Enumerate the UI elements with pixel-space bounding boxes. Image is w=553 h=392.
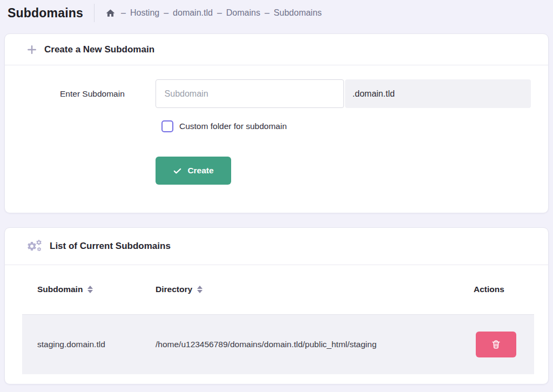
subdomain-form-row: Enter Subdomain .domain.tld [60, 79, 531, 108]
delete-subdomain-button[interactable] [476, 332, 516, 357]
breadcrumb-separator: – [217, 8, 222, 18]
breadcrumb-item-domain[interactable]: domain.tld [173, 8, 213, 18]
sort-arrows-icon[interactable] [197, 286, 203, 293]
sort-arrows-icon[interactable] [87, 286, 93, 293]
column-header-directory[interactable]: Directory [140, 265, 458, 314]
table-row: staging.domain.tld /home/u123456789/doma… [22, 314, 534, 374]
subdomain-input[interactable] [156, 79, 344, 108]
subdomains-list-card: List of Current Subdomains Subdomain Dir… [4, 227, 549, 384]
page-header: Subdomains – Hosting – domain.tld – Doma… [0, 0, 553, 26]
breadcrumb-item-hosting[interactable]: Hosting [130, 8, 159, 18]
subdomains-table: Subdomain Directory Actions [22, 265, 534, 374]
home-icon[interactable] [105, 8, 116, 18]
cell-subdomain: staging.domain.tld [22, 314, 140, 374]
trash-icon [491, 339, 501, 349]
breadcrumb: – Hosting – domain.tld – Domains – Subdo… [105, 8, 322, 18]
column-label: Actions [474, 285, 504, 294]
domain-suffix-addon: .domain.tld [345, 79, 531, 108]
cell-directory: /home/u123456789/domains/domain.tld/publ… [140, 314, 458, 374]
cell-actions [458, 314, 534, 374]
breadcrumb-item-subdomains: Subdomains [274, 8, 322, 18]
breadcrumb-separator: – [265, 8, 269, 18]
create-card-body: Enter Subdomain .domain.tld Custom folde… [5, 65, 548, 185]
list-card-title: List of Current Subdomains [50, 241, 171, 252]
custom-folder-row: Custom folder for subdomain [60, 120, 531, 132]
create-button-label: Create [187, 166, 213, 175]
gears-icon [26, 239, 43, 253]
column-header-subdomain[interactable]: Subdomain [22, 265, 140, 314]
breadcrumb-separator: – [164, 8, 168, 18]
subdomain-input-group: .domain.tld [156, 79, 531, 108]
create-subdomain-card: Create a New Subdomain Enter Subdomain .… [4, 33, 549, 213]
table-header-row: Subdomain Directory Actions [22, 265, 534, 314]
plus-icon [26, 44, 37, 55]
column-header-actions: Actions [458, 265, 534, 314]
column-label: Directory [156, 285, 192, 294]
list-card-body: Subdomain Directory Actions [5, 265, 548, 374]
create-card-title: Create a New Subdomain [44, 44, 154, 55]
create-card-header: Create a New Subdomain [5, 34, 548, 65]
custom-folder-label[interactable]: Custom folder for subdomain [179, 121, 287, 131]
subdomain-field-label: Enter Subdomain [60, 89, 156, 99]
breadcrumb-item-domains[interactable]: Domains [226, 8, 260, 18]
custom-folder-checkbox[interactable] [161, 120, 173, 132]
breadcrumb-separator: – [121, 8, 126, 18]
check-icon [173, 166, 182, 175]
create-button[interactable]: Create [156, 157, 231, 185]
create-button-row: Create [60, 132, 531, 185]
list-card-header: List of Current Subdomains [5, 228, 548, 265]
header-divider [94, 4, 95, 22]
page-title: Subdomains [8, 6, 83, 21]
button-spacer [60, 132, 156, 185]
column-label: Subdomain [37, 285, 83, 294]
